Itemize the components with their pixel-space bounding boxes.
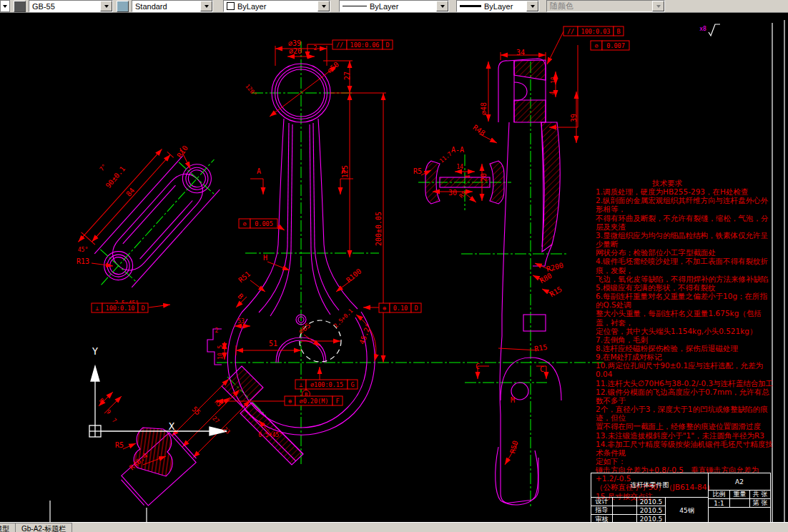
tech-requirements-title: 技术要求 [596, 179, 739, 187]
lineweight-sample [460, 5, 481, 7]
tech-line: 1.调质处理，硬度为HB255-293，在H处检查 [596, 187, 774, 196]
tolerance-frame-text: D [141, 305, 144, 312]
advisor-date: 2010.5 [637, 506, 666, 515]
tolerance-frame-text: // [336, 41, 343, 49]
color-combo[interactable]: ByLayer [223, 0, 330, 12]
tech-line: 2.纵剖面的金属宏观组织其纤维方向与连杆盘外心外形相等， [596, 196, 774, 213]
text-style-dropdown-arrow[interactable] [200, 1, 212, 11]
dim-label: R80 [538, 272, 553, 285]
tech-line: 10.两定位孔间尺寸90±0.1应与连杆选配，允差为0.04 [596, 361, 774, 378]
dim-label: 5 [217, 345, 224, 348]
dim-label: R48 [471, 123, 486, 137]
dim-label: R13 [77, 257, 89, 265]
color-swatch [227, 2, 235, 10]
tolerance-frame-text: ⊘ [594, 42, 598, 49]
dim-label: M [511, 396, 515, 404]
dim-label: ∅39 [288, 39, 301, 47]
tolerance-frame-text: D [385, 41, 389, 49]
dim-label: 10 [217, 353, 224, 360]
tech-line: 13.未注锻造拔模斜度小于"1"，未注圆角半径为R3 [596, 431, 774, 440]
color-dropdown-arrow[interactable] [317, 1, 330, 11]
dim-label: R5 [115, 441, 124, 449]
dim-label: 39 [570, 114, 578, 122]
dim-label: H [263, 254, 267, 262]
dim-label: 2 [314, 45, 317, 51]
tech-line: 不得有环曲及断裂，不允许有裂缝，缩松，气泡，分层及夹渣 [596, 214, 774, 231]
plotstyle-combo: 随颜色 [546, 0, 665, 12]
tolerance-frame-text: 100:0.03 [581, 28, 611, 35]
dim-label: x8 [699, 26, 706, 32]
dim-label: 20 [480, 173, 488, 182]
tech-line: 定位管，其中大头端头1.154kg,小头0.521kg） [596, 327, 774, 335]
tolerance-frame-text: 0.007 [606, 42, 625, 49]
dim-label: R15 [534, 343, 548, 353]
tech-line: 整大小头重量，每副连杆名义重量1.675kg（包括盖，衬套， [596, 309, 774, 326]
advisor-label: 指导 [591, 506, 613, 515]
tolerance-frame-text: D [414, 305, 418, 312]
dim-label: R5 [413, 167, 422, 175]
sheet-size: A2 [709, 473, 770, 491]
tolerance-frame-text: // [567, 28, 574, 35]
text-style-icon[interactable] [117, 1, 129, 12]
dim-label: A-A [451, 146, 464, 154]
dim-label: C [476, 363, 480, 370]
tolerance-frame-text: 0.005 [255, 220, 273, 227]
weight-label: 重量 [730, 491, 750, 499]
layout-tab-bar: 模型 Gb-A2-标题栏 [0, 522, 788, 532]
tolerance-frame-text: ⊕ [288, 398, 292, 405]
designer-name [613, 498, 637, 506]
surface-finish-icon [709, 24, 720, 36]
tab-layout-a2[interactable]: Gb-A2-标题栏 [15, 523, 72, 532]
dim-label: 7 [111, 417, 118, 424]
linetype-value: ByLayer [370, 2, 398, 11]
dim-label: 30 [448, 189, 457, 197]
tolerance-frame-text: 100:0.06 [350, 41, 380, 49]
tech-line: 置不得在同一截面上，经修整的痕迹位置圆滑过度 [596, 422, 774, 430]
autocad-window: { "toolbar": { "dim_style": "GB-55", "te… [0, 0, 788, 532]
dim-label: A [257, 167, 261, 175]
dim-label: 51 [269, 340, 277, 348]
tab-model[interactable]: 模型 [0, 523, 16, 532]
dim-label: 90±0.1 [104, 164, 127, 189]
sheet-no-label: 第 张 [750, 499, 770, 508]
tech-line: 定如下： [596, 457, 774, 466]
lineweight-combo[interactable]: ByLayer [456, 0, 539, 12]
linetype-combo[interactable]: ByLayer [339, 0, 449, 12]
dim-style-combo[interactable]: GB-55 [29, 0, 113, 12]
linetype-dropdown-arrow[interactable] [436, 1, 448, 11]
dim-label: 4 [549, 91, 556, 94]
clipped-combo-arrow[interactable] [0, 0, 10, 12]
dim-label: 45° [78, 247, 88, 253]
dim-style-value: GB-55 [29, 2, 100, 11]
tolerance-frame-text: B [616, 28, 620, 35]
dim-label: 4 [465, 174, 471, 178]
dim-label: 7° [99, 163, 108, 172]
lineweight-dropdown-arrow[interactable] [526, 1, 538, 11]
scale-label: 比例 [709, 491, 730, 499]
technical-requirements: 技术要求 1.调质处理，硬度为HB255-293，在H处检查2.纵剖面的金属宏观… [596, 179, 774, 501]
advisor-name [613, 506, 637, 515]
tolerance-frame-text: ⊥ [95, 305, 99, 312]
dim-label: 120° [244, 83, 257, 98]
weight-value [730, 499, 750, 508]
tech-line: 网状分布；检验部位小工字型截面处 [596, 248, 774, 257]
tolerance-frame-text: ⊕ [383, 305, 386, 312]
dim-label: R10 [175, 144, 189, 159]
plotstyle-dropdown-arrow [652, 1, 664, 11]
lineweight-value: ByLayer [484, 2, 513, 11]
material: 45钢 [666, 498, 709, 523]
tolerance-frame-text: F [335, 398, 339, 405]
tech-line: 12.锻件分模面的飞边高度应小于0.7mm，允许有总数不多于 [596, 388, 774, 405]
dim-style-dropdown-arrow[interactable] [100, 1, 112, 11]
dim-label: 9 [105, 408, 112, 415]
scale-value: 1:1 [709, 499, 730, 508]
tolerance-frame-text: 100:0.10 [106, 305, 135, 312]
dim-style-icon[interactable] [14, 1, 26, 12]
designer-date: 2010.5 [637, 498, 666, 506]
dim-label: ∅48 [480, 102, 488, 115]
dim-label: C [540, 365, 544, 373]
linetype-sample [343, 6, 367, 6]
tech-line: 2个，直径小于3，深度大于1的凹坑或修整缺陷的痕迹，但位 [596, 405, 774, 422]
text-style-combo[interactable]: Standard [132, 0, 213, 12]
text-style-value: Standard [132, 2, 200, 11]
